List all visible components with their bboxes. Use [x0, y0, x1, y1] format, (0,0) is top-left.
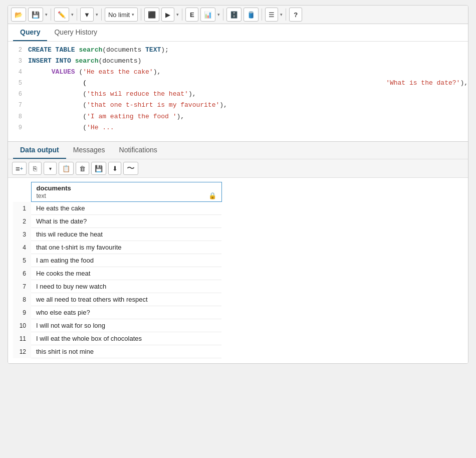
- row-number: 4: [13, 241, 31, 254]
- table-row[interactable]: 12this shirt is not mine: [13, 345, 221, 358]
- lock-icon: 🔒: [208, 192, 216, 199]
- row-value: I am eating the food: [31, 254, 221, 267]
- divider3: [101, 9, 102, 21]
- table-row[interactable]: 2What is the date?: [13, 215, 221, 228]
- divider1: [51, 9, 51, 21]
- code-line-9: 9 ('He ...: [8, 122, 468, 133]
- divider8: [286, 9, 286, 21]
- app-container: 📂 💾 ▾ ✏️ ▾ ▼ ▾ No limit ▾ ⬛ ▶ ▾ E 📊 ▾ 🗄️…: [8, 5, 468, 364]
- db1-button[interactable]: 🗄️: [226, 8, 242, 22]
- row-number: 7: [13, 280, 31, 293]
- code-line-2: 2 CREATE TABLE search(documents TEXT);: [8, 45, 468, 56]
- db2-button[interactable]: 🛢️: [244, 8, 259, 22]
- data-output-area: documents text 🔒 1He eats the cake2What …: [8, 182, 468, 363]
- row-number: 10: [13, 319, 31, 332]
- row-value: we all need to treat others with respect: [31, 293, 221, 306]
- table-row[interactable]: 11I will eat the whole box of chocolates: [13, 332, 221, 345]
- save-data-button[interactable]: 💾: [91, 162, 106, 175]
- divider4: [141, 9, 141, 21]
- tab-notifications[interactable]: Notifications: [112, 142, 164, 159]
- copy-button[interactable]: ⎘: [29, 162, 42, 175]
- run-button[interactable]: ▶: [161, 8, 174, 22]
- row-number: 3: [13, 228, 31, 241]
- main-toolbar: 📂 💾 ▾ ✏️ ▾ ▼ ▾ No limit ▾ ⬛ ▶ ▾ E 📊 ▾ 🗄️…: [8, 6, 468, 24]
- code-line-3: 3 INSERT INTO search(documents): [8, 56, 468, 67]
- row-number: 9: [13, 306, 31, 319]
- row-num-header: [13, 182, 31, 202]
- column-header-documents: documents text 🔒: [31, 182, 221, 202]
- graph-button[interactable]: 〜: [123, 162, 138, 175]
- table-row[interactable]: 7I need to buy new watch: [13, 280, 221, 293]
- row-value: He cooks the meat: [31, 267, 221, 280]
- row-value: who else eats pie?: [31, 306, 221, 319]
- download-button[interactable]: ⬇: [108, 162, 121, 175]
- row-number: 1: [13, 202, 31, 215]
- tab-messages[interactable]: Messages: [66, 142, 112, 159]
- row-value: I need to buy new watch: [31, 280, 221, 293]
- row-number: 6: [13, 267, 31, 280]
- tab-query[interactable]: Query: [13, 24, 47, 41]
- open-folder-button[interactable]: 📂: [11, 8, 26, 22]
- save-button[interactable]: 💾: [28, 8, 43, 22]
- code-line-7: 7 ('that one t-shirt is my favourite'),: [8, 100, 468, 111]
- divider7: [262, 9, 262, 21]
- code-line-8: 8 ('I am eating the food '),: [8, 111, 468, 122]
- table-row[interactable]: 1He eats the cake: [13, 202, 221, 215]
- code-line-4: 4 VALUES ('He eats the cake'),: [8, 67, 468, 78]
- chart-button[interactable]: 📊: [200, 8, 215, 22]
- code-editor[interactable]: 2 CREATE TABLE search(documents TEXT); 3…: [8, 42, 468, 142]
- menu-button[interactable]: ☰: [265, 8, 278, 22]
- table-row[interactable]: 10I will not wait for so long: [13, 319, 221, 332]
- row-number: 8: [13, 293, 31, 306]
- explain-button[interactable]: E: [185, 8, 198, 22]
- table-row[interactable]: 9who else eats pie?: [13, 306, 221, 319]
- divider2: [77, 9, 77, 21]
- add-row-button[interactable]: ≡+: [12, 162, 27, 175]
- edit-button[interactable]: ✏️: [54, 8, 69, 22]
- code-line-6: 6 ('this wil reduce the heat'),: [8, 89, 468, 100]
- divider6: [223, 9, 223, 21]
- results-table: documents text 🔒 1He eats the cake2What …: [13, 182, 222, 358]
- row-value: that one t-shirt is my favourite: [31, 241, 221, 254]
- query-tabs: Query Query History: [8, 24, 468, 42]
- paste-button[interactable]: 📋: [59, 162, 74, 175]
- copy-dropdown-button[interactable]: ▾: [44, 162, 57, 175]
- row-value: What is the date?: [31, 215, 221, 228]
- row-value: I will not wait for so long: [31, 319, 221, 332]
- table-row[interactable]: 6He cooks the meat: [13, 267, 221, 280]
- output-toolbar: ≡+ ⎘ ▾ 📋 🗑 💾 ⬇ 〜: [8, 159, 468, 178]
- table-row[interactable]: 5I am eating the food: [13, 254, 221, 267]
- limit-dropdown[interactable]: No limit ▾: [105, 8, 138, 22]
- row-value: He eats the cake: [31, 202, 221, 215]
- row-value: this shirt is not mine: [31, 345, 221, 358]
- code-line-5: 5 ('What is the date?'),: [8, 78, 468, 89]
- tab-query-history[interactable]: Query History: [47, 24, 104, 41]
- row-value: this wil reduce the heat: [31, 228, 221, 241]
- help-button[interactable]: ?: [289, 8, 302, 22]
- stop-button[interactable]: ⬛: [144, 8, 159, 22]
- divider5: [182, 9, 182, 21]
- row-number: 2: [13, 215, 31, 228]
- filter-button[interactable]: ▼: [80, 8, 94, 22]
- delete-button[interactable]: 🗑: [76, 162, 89, 175]
- table-row[interactable]: 3this wil reduce the heat: [13, 228, 221, 241]
- row-number: 5: [13, 254, 31, 267]
- tab-data-output[interactable]: Data output: [13, 142, 66, 159]
- row-number: 12: [13, 345, 31, 358]
- row-number: 11: [13, 332, 31, 345]
- output-tabs: Data output Messages Notifications: [8, 142, 468, 159]
- table-row[interactable]: 4that one t-shirt is my favourite: [13, 241, 221, 254]
- table-row[interactable]: 8we all need to treat others with respec…: [13, 293, 221, 306]
- row-value: I will eat the whole box of chocolates: [31, 332, 221, 345]
